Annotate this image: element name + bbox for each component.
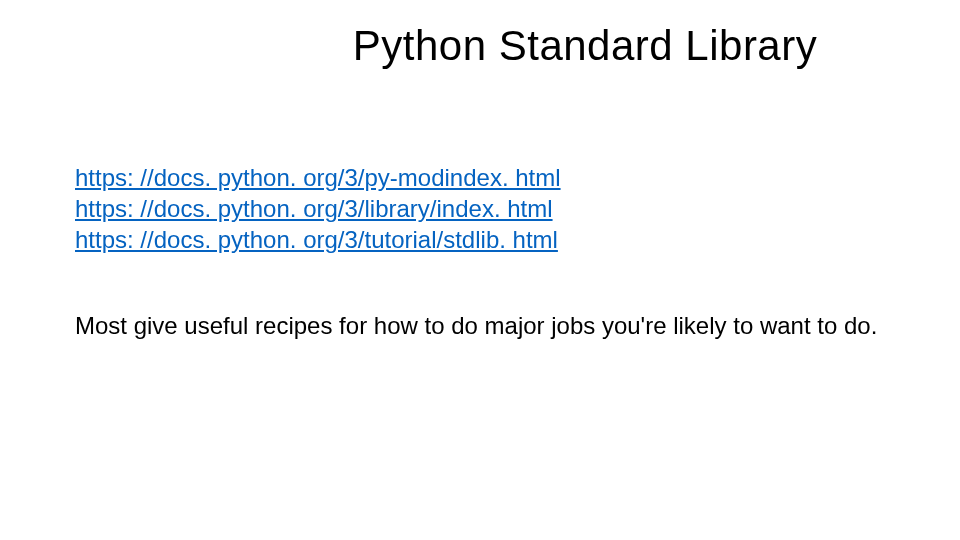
slide-title: Python Standard Library [0,22,960,70]
slide: Python Standard Library https: //docs. p… [0,0,960,540]
body-paragraph: Most give useful recipes for how to do m… [75,310,900,341]
link-tutorial-stdlib[interactable]: https: //docs. python. org/3/tutorial/st… [75,226,558,253]
slide-body: https: //docs. python. org/3/py-modindex… [75,162,900,341]
link-library-index[interactable]: https: //docs. python. org/3/library/ind… [75,195,553,222]
link-py-modindex[interactable]: https: //docs. python. org/3/py-modindex… [75,164,561,191]
